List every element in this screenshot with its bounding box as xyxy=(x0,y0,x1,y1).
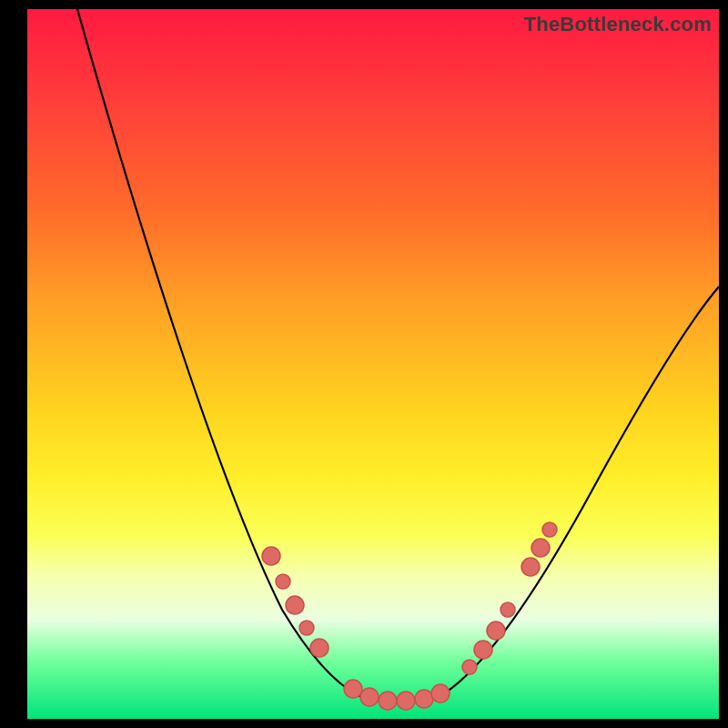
marker-dot xyxy=(521,558,540,576)
plot-area: TheBottleneck.com xyxy=(27,9,719,719)
marker-dot xyxy=(310,639,329,657)
marker-dot xyxy=(431,684,450,703)
marker-dot xyxy=(276,574,290,589)
marker-dot xyxy=(462,660,477,674)
marker-dot xyxy=(542,522,557,537)
marker-dot xyxy=(379,692,397,710)
marker-dot xyxy=(286,596,304,614)
curve-right-curve xyxy=(437,287,719,698)
curve-left-curve xyxy=(77,9,364,698)
curves-svg xyxy=(27,9,719,719)
marker-dot xyxy=(500,602,515,617)
marker-dot xyxy=(415,690,433,708)
curve-group xyxy=(77,9,719,702)
marker-dot xyxy=(397,692,415,710)
marker-dot xyxy=(344,680,362,698)
chart-frame: TheBottleneck.com xyxy=(0,0,728,728)
marker-dot xyxy=(262,547,280,565)
marker-dot xyxy=(487,622,505,640)
marker-dot xyxy=(299,621,314,635)
marker-dot xyxy=(531,539,550,557)
marker-dot xyxy=(360,688,379,706)
marker-group xyxy=(262,522,557,710)
marker-dot xyxy=(474,641,492,659)
